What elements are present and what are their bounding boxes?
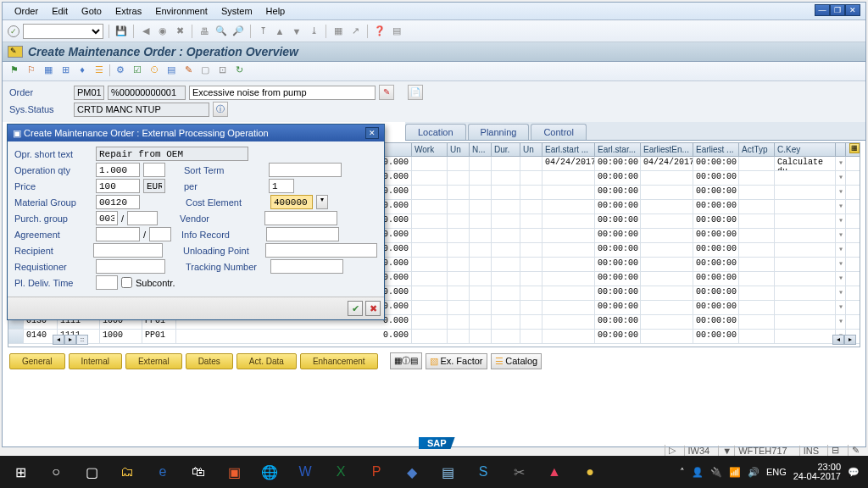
internal-button[interactable]: Internal <box>69 353 122 369</box>
print-icon[interactable]: 🖶 <box>198 25 211 38</box>
menu-system[interactable]: System <box>216 4 258 18</box>
grid-col-header[interactable]: Un <box>520 143 542 156</box>
restore-icon[interactable]: ❐ <box>830 4 845 16</box>
grid-cell[interactable] <box>641 186 693 199</box>
grid-cell[interactable] <box>520 286 542 300</box>
grid-cell[interactable] <box>542 272 595 286</box>
grid-cell[interactable]: 00:00:00 <box>595 186 641 199</box>
grid-cell[interactable]: ▾ <box>836 214 846 228</box>
grid-cell[interactable] <box>739 186 775 199</box>
unload-field[interactable] <box>265 243 377 258</box>
custom-layout-icon[interactable]: ▤ <box>390 25 403 38</box>
grid-cell[interactable]: 00:00:00 <box>693 157 739 170</box>
minimize-icon[interactable]: — <box>815 4 830 16</box>
grid-col-header[interactable]: N... <box>470 143 492 156</box>
vendor-field[interactable] <box>264 211 337 225</box>
grid-cell[interactable]: 04/24/2017 <box>542 157 595 170</box>
grid-cell[interactable]: 00:00:00 <box>595 330 641 343</box>
menu-environment[interactable]: Environment <box>150 4 213 18</box>
grid-cell[interactable] <box>542 301 595 314</box>
grid-cell[interactable] <box>492 186 520 199</box>
grid-cell[interactable] <box>448 214 470 228</box>
grid-cell[interactable] <box>492 243 520 257</box>
grid-cell[interactable]: 00:00:00 <box>595 229 641 242</box>
grid-cell[interactable] <box>739 315 775 329</box>
command-field[interactable] <box>23 24 103 39</box>
grid-cell[interactable] <box>739 229 775 242</box>
currency-field[interactable] <box>143 179 165 193</box>
sort-field[interactable] <box>269 163 342 177</box>
components-icon[interactable]: ▤ <box>164 64 178 78</box>
menu-goto[interactable]: Goto <box>76 4 107 18</box>
grid-cell[interactable] <box>641 229 693 242</box>
grid-cell[interactable]: 00:00:00 <box>693 200 739 214</box>
grid-cell[interactable] <box>739 171 775 185</box>
grid-cell[interactable] <box>542 286 595 300</box>
first-page-icon[interactable]: ⤒ <box>256 25 270 38</box>
grid-cell[interactable] <box>412 258 448 271</box>
display-icon[interactable]: ▢ <box>198 64 212 78</box>
find-icon[interactable]: 🔍 <box>214 25 228 38</box>
table-row[interactable]: 014011111000PP010.00000:00:0000:00:00▾ <box>8 330 860 344</box>
new-session-icon[interactable]: ▦ <box>331 25 345 38</box>
chrome-icon[interactable]: 🌐 <box>253 459 287 485</box>
popup-ok-icon[interactable]: ✔ <box>348 301 363 316</box>
store-icon[interactable]: 🛍 <box>181 459 215 485</box>
popup-cancel-icon[interactable]: ✖ <box>365 301 381 316</box>
grid-cell[interactable] <box>775 243 836 257</box>
grid-cell[interactable] <box>520 258 542 271</box>
menu-edit[interactable]: Edit <box>47 4 73 18</box>
grid-cell[interactable] <box>542 214 595 228</box>
grid-cell[interactable] <box>448 272 470 286</box>
grid-cell[interactable] <box>448 258 470 271</box>
grid-cell[interactable] <box>520 315 542 329</box>
grid-cell[interactable] <box>739 214 775 228</box>
explorer-icon[interactable]: 🗂 <box>110 459 144 485</box>
tab-control[interactable]: Control <box>531 124 586 140</box>
external-button[interactable]: External <box>125 353 182 369</box>
grid-cell[interactable] <box>775 200 836 214</box>
qty-unit-field[interactable] <box>143 163 165 177</box>
grid-cell[interactable] <box>739 200 775 214</box>
tray-volume-icon[interactable]: 🔊 <box>748 467 760 478</box>
scroll-next-icon[interactable]: ◂ <box>832 335 844 345</box>
grid-cell[interactable] <box>448 301 470 314</box>
grid-cell[interactable] <box>739 157 775 170</box>
grid-cell[interactable] <box>641 272 693 286</box>
close-icon[interactable]: ✕ <box>845 4 860 16</box>
costel-search-icon[interactable]: ▾ <box>316 195 328 209</box>
help-icon[interactable]: ❓ <box>373 25 387 38</box>
grid-cell[interactable] <box>448 186 470 199</box>
app3-icon[interactable]: ● <box>573 459 607 485</box>
view-switch-icon[interactable]: ▦ⓘ▤ <box>390 352 422 369</box>
grid-cell[interactable]: 00:00:00 <box>595 200 641 214</box>
grid-cell[interactable] <box>641 258 693 271</box>
grid-cell[interactable] <box>8 330 24 343</box>
ex-factor-button[interactable]: ▧ Ex. Factor <box>426 353 487 369</box>
back-icon[interactable]: ◀ <box>139 25 153 38</box>
grid-cell[interactable] <box>520 171 542 185</box>
grid-cell[interactable] <box>470 286 492 300</box>
grid-cell[interactable]: 00:00:00 <box>693 301 739 314</box>
grid-cell[interactable]: ▾ <box>836 200 846 214</box>
grid-cell[interactable] <box>412 315 448 329</box>
complete-icon[interactable]: ▦ <box>42 64 55 78</box>
grid-cell[interactable] <box>470 301 492 314</box>
tab-planning[interactable]: Planning <box>468 124 530 140</box>
grid-cell[interactable] <box>641 330 693 343</box>
order-type-field[interactable]: PM01 <box>74 86 104 100</box>
grid-cell[interactable] <box>542 258 595 271</box>
flag-icon[interactable]: ⚑ <box>8 64 21 78</box>
grid-col-header[interactable]: Earl.start ... <box>542 143 595 156</box>
grid-cell[interactable]: 00:00:00 <box>595 157 641 170</box>
grid-cell[interactable] <box>739 258 775 271</box>
menu-extras[interactable]: Extras <box>110 4 147 18</box>
grid-cell[interactable] <box>492 171 520 185</box>
grid-cell[interactable]: ▾ <box>836 315 846 329</box>
grid-cell[interactable]: ▾ <box>836 171 846 185</box>
grid-cell[interactable] <box>739 301 775 314</box>
scroll-first-icon[interactable]: ◂ <box>53 335 64 345</box>
grid-cell[interactable] <box>520 272 542 286</box>
grid-cell[interactable] <box>542 229 595 242</box>
grid-cell[interactable] <box>542 243 595 257</box>
